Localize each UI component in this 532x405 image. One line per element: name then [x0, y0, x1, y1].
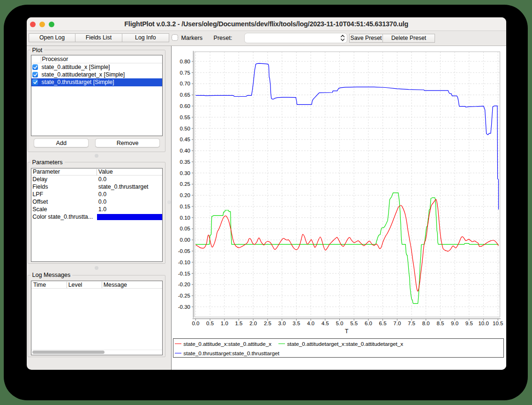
svg-text:0.70: 0.70 [180, 81, 190, 86]
svg-text:8.5: 8.5 [436, 321, 444, 326]
svg-text:-0.05: -0.05 [178, 248, 190, 254]
svg-text:0.45: 0.45 [180, 137, 190, 142]
svg-text:-0.25: -0.25 [178, 293, 190, 298]
svg-text:0.0: 0.0 [192, 321, 199, 326]
svg-text:4.5: 4.5 [322, 321, 329, 326]
svg-text:6.5: 6.5 [379, 321, 387, 326]
svg-text:2.0: 2.0 [249, 321, 257, 326]
svg-text:1.0: 1.0 [221, 321, 228, 326]
svg-text:0.15: 0.15 [180, 204, 190, 209]
svg-text:-0.20: -0.20 [178, 282, 190, 287]
svg-text:T: T [345, 328, 349, 335]
svg-text:10.0: 10.0 [478, 321, 488, 326]
svg-text:0.30: 0.30 [180, 170, 190, 176]
svg-text:0.5: 0.5 [206, 321, 214, 326]
svg-text:9.5: 9.5 [465, 321, 473, 326]
svg-text:0.20: 0.20 [180, 192, 190, 198]
svg-text:2.5: 2.5 [264, 321, 271, 326]
svg-text:4.0: 4.0 [307, 321, 315, 326]
svg-text:10.5: 10.5 [493, 321, 503, 326]
svg-text:0.10: 0.10 [180, 215, 190, 221]
svg-text:0.75: 0.75 [180, 70, 190, 76]
svg-text:0.80: 0.80 [180, 59, 190, 64]
svg-text:0.55: 0.55 [180, 115, 190, 120]
svg-text:0.60: 0.60 [180, 103, 190, 109]
svg-text:7.0: 7.0 [393, 321, 401, 326]
svg-text:1.5: 1.5 [235, 321, 243, 326]
svg-text:5.0: 5.0 [336, 321, 344, 326]
svg-text:0.50: 0.50 [180, 126, 190, 131]
svg-text:0.65: 0.65 [180, 92, 190, 98]
svg-text:9.0: 9.0 [451, 321, 458, 326]
svg-text:8.0: 8.0 [422, 321, 430, 326]
svg-text:-0.30: -0.30 [178, 304, 190, 310]
svg-text:-0.10: -0.10 [178, 260, 190, 265]
svg-text:3.5: 3.5 [292, 321, 300, 326]
svg-text:5.5: 5.5 [350, 321, 358, 326]
svg-text:0.00: 0.00 [180, 237, 190, 243]
svg-text:0.40: 0.40 [180, 148, 190, 153]
svg-text:0.05: 0.05 [180, 226, 190, 231]
svg-text:7.5: 7.5 [408, 321, 415, 326]
svg-text:0.35: 0.35 [180, 159, 190, 165]
svg-text:-0.15: -0.15 [178, 271, 190, 276]
svg-text:6.0: 6.0 [365, 321, 372, 326]
svg-text:0.25: 0.25 [180, 181, 190, 187]
svg-text:3.0: 3.0 [278, 321, 286, 326]
